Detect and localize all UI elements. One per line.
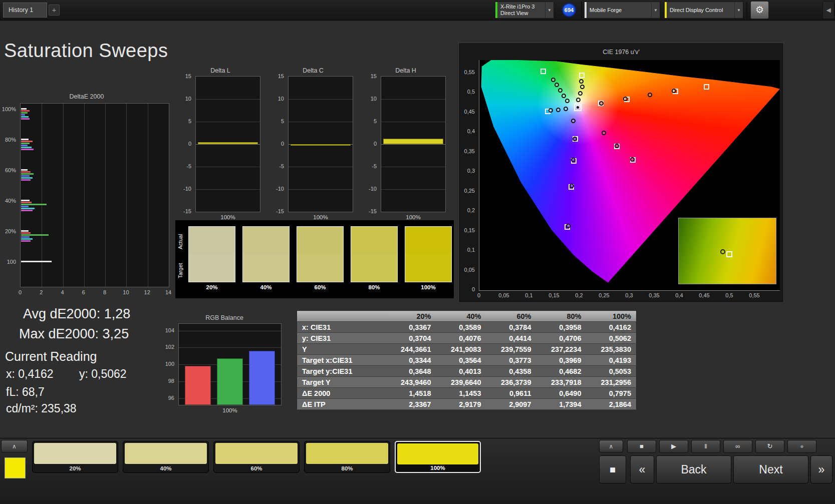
y-axis: 151050-5-10-15 [179, 76, 193, 212]
axis-tick-label: 102 [165, 344, 174, 350]
gridline [196, 99, 260, 100]
saturation-level-button-40%[interactable]: 40% [123, 441, 209, 473]
y-axis: 00,050,10,150,20,250,30,350,40,450,50,55 [459, 60, 477, 290]
stop-icon: ■ [640, 442, 644, 450]
saturation-level-button-80%[interactable]: 80% [304, 441, 390, 473]
collapse-panel-button[interactable]: ◀ [822, 1, 834, 19]
delta-l-chart: Delta L 151050-5-10-15 100% [179, 67, 261, 220]
actual-target-swatch-panel: Actual Target 20%40%60%80%100% [175, 220, 454, 298]
pause-icon: ‖ [704, 442, 707, 450]
axis-tick-label: 96 [168, 395, 174, 401]
add-tab-button[interactable]: + [49, 5, 60, 16]
stop-session-button[interactable]: ■ [599, 455, 626, 483]
gridline [196, 144, 260, 145]
app-root: History 1 + X-Rite i1Pro 3 Direct View ▼… [0, 0, 835, 504]
meter-dropdown[interactable]: X-Rite i1Pro 3 Direct View ▼ [495, 2, 554, 19]
actual-row-label: Actual [177, 227, 183, 256]
cie-measured-point [672, 89, 676, 93]
swatch-actual [351, 227, 397, 254]
level-label: 80% [305, 465, 390, 471]
axis-tick-label: 0,2 [575, 292, 583, 298]
axis-tick-label: 0,45 [464, 109, 475, 115]
axis-tick-label: 0,3 [625, 292, 633, 298]
table-row-label: ΔE ITP [297, 399, 386, 410]
cie-measured-point [571, 158, 576, 162]
cie-measured-point [599, 101, 604, 106]
play-button[interactable]: ▶ [659, 440, 688, 453]
level-swatch [215, 443, 298, 464]
current-patch-swatch [5, 457, 26, 478]
cie-target-point [704, 84, 709, 90]
deltae-bar [21, 145, 28, 146]
back-button[interactable]: Back [656, 455, 731, 483]
target-row-label: Target [177, 256, 183, 285]
current-y-value: y: 0,5062 [79, 367, 127, 381]
display-control-dropdown[interactable]: Direct Display Control ▼ [664, 2, 743, 19]
axis-tick-label: 15 [185, 73, 191, 79]
swatch-cell [242, 226, 290, 282]
gridline [381, 167, 445, 167]
deltae-bar [21, 108, 27, 110]
expand-patch-panel-button[interactable]: ∧ [1, 440, 28, 452]
level-label: 100% [396, 465, 480, 471]
cie-measured-point [571, 119, 576, 123]
y-axis: 1041021009896 [161, 323, 176, 405]
cie-measured-point [554, 83, 559, 87]
axis-tick-label: 0 [472, 286, 475, 292]
pause-button[interactable]: ‖ [691, 440, 720, 453]
continuous-measure-button[interactable]: ∞ [723, 440, 752, 453]
gridline [169, 104, 169, 287]
axis-tick-label: -10 [276, 186, 284, 192]
swatch-target [405, 254, 451, 282]
chevrons-left-icon: « [639, 463, 646, 476]
deltae-bar [21, 116, 29, 118]
settings-button[interactable]: ⚙ [750, 1, 769, 19]
table-cell: 2,9097 [486, 399, 536, 410]
saturation-level-button-100%[interactable]: 100% [395, 441, 481, 473]
table-cell: 0,4414 [486, 333, 536, 344]
current-cdm2-value: cd/m²: 235,38 [6, 402, 77, 415]
record-button[interactable]: ● [787, 440, 816, 453]
next-chevron-button[interactable]: » [810, 455, 832, 483]
axis-tick-label: 0 [477, 292, 480, 298]
axis-tick-label: 0,25 [599, 292, 609, 298]
swatch-target [189, 254, 235, 282]
stop-button[interactable]: ■ [627, 440, 656, 453]
gridline [105, 104, 106, 287]
cie-target-point [540, 69, 546, 74]
axis-tick-label: 0,4 [467, 128, 475, 134]
cie-measured-point [579, 79, 584, 84]
loop-button[interactable]: ↻ [755, 440, 784, 453]
history-tab[interactable]: History 1 [3, 3, 47, 18]
axis-tick-label: 0,35 [649, 292, 659, 298]
deltae2000-plot [20, 103, 169, 287]
saturation-level-button-60%[interactable]: 60% [213, 441, 300, 473]
gridline [196, 189, 260, 190]
chevrons-right-icon: » [818, 463, 825, 476]
back-chevron-button[interactable]: « [630, 455, 654, 483]
cie-measured-point [566, 224, 571, 228]
axis-tick-label: -15 [183, 208, 191, 214]
axis-tick-label: 0,15 [548, 292, 559, 298]
y-axis: 100%80%60%40%20%100 [4, 103, 18, 287]
expand-controls-button[interactable]: ∧ [599, 440, 623, 452]
source-dropdown[interactable]: Mobile Forge ▼ [584, 2, 660, 19]
table-cell: 235,3830 [587, 344, 637, 355]
cie-diagram-panel: CIE 1976 u'v' 00,050,10,150,20,250,30,35… [458, 43, 784, 303]
swatch-label: 100% [405, 284, 452, 290]
gridline [63, 104, 64, 287]
axis-tick-label: 100 [7, 259, 16, 265]
next-button[interactable]: Next [733, 455, 808, 483]
chart-title: DeltaE 2000 [4, 93, 169, 100]
table-row: ΔE ITP2,33672,91792,90971,73942,1864 [297, 399, 637, 410]
cie-measured-point [562, 94, 566, 98]
rgb-balance-chart: RGB Balance 1041021009896 100% [161, 314, 288, 422]
axis-tick-label: 0 [19, 289, 22, 295]
swatch-cell [405, 226, 452, 282]
record-icon: ● [800, 442, 804, 450]
saturation-level-button-20%[interactable]: 20% [32, 441, 118, 473]
deltae-bar [21, 240, 31, 242]
axis-tick-label: 4 [61, 289, 64, 295]
axis-tick-label: 15 [371, 73, 377, 79]
axis-tick-label: 10 [278, 96, 284, 102]
